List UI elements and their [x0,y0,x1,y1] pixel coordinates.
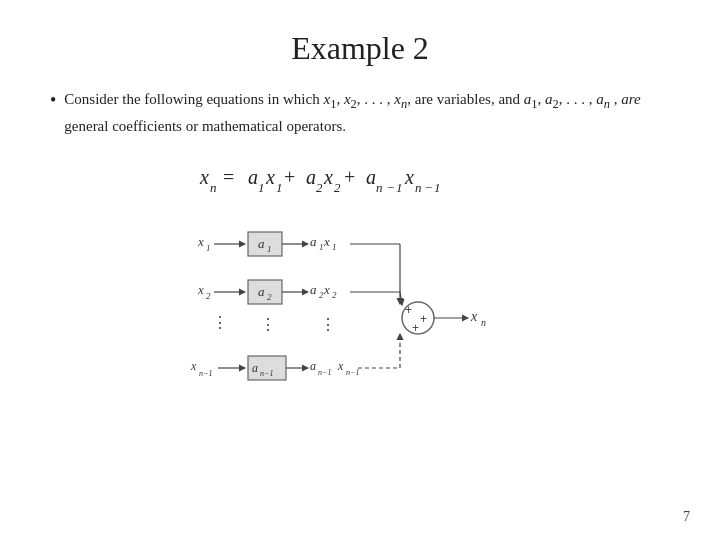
svg-text:1: 1 [319,242,324,252]
diagram-section: x 1 a 1 a 1 x 1 x 2 a 2 a 2 x 2 [50,218,670,413]
svg-text:x: x [190,359,197,373]
svg-text:n−1: n−1 [346,368,359,377]
svg-text:n−1: n−1 [199,369,212,378]
svg-text:a: a [252,361,258,375]
svg-text:2: 2 [206,291,211,301]
svg-text:n: n [415,180,422,195]
svg-text:x: x [199,166,209,188]
svg-text:x: x [337,359,344,373]
svg-text:1: 1 [276,180,283,195]
svg-text:a: a [310,359,316,373]
svg-text:a: a [310,234,317,249]
svg-text:a: a [366,166,376,188]
svg-text:2: 2 [267,292,272,302]
svg-text:x: x [323,234,330,249]
svg-text:x: x [197,282,204,297]
svg-text:−: − [386,180,395,195]
svg-rect-24 [248,232,282,256]
formula-svg: x n = a 1 x 1 + a 2 x 2 + a n − 1 x n − … [190,156,530,200]
svg-text:x: x [323,166,333,188]
svg-text:a: a [258,284,265,299]
svg-text:⋮: ⋮ [320,316,336,333]
svg-text:2: 2 [334,180,341,195]
svg-text:n−1: n−1 [260,369,273,378]
svg-text:n: n [210,180,217,195]
svg-text:a: a [248,166,258,188]
svg-text:1: 1 [267,244,272,254]
svg-text:+: + [284,166,295,188]
svg-text:+: + [344,166,355,188]
svg-text:x: x [265,166,275,188]
svg-text:1: 1 [206,243,211,253]
svg-text:+: + [405,303,412,317]
formula-section: x n = a 1 x 1 + a 2 x 2 + a n − 1 x n − … [50,156,670,200]
svg-text:1: 1 [434,180,441,195]
slide: Example 2 • Consider the following equat… [0,0,720,540]
svg-text:n: n [481,317,486,328]
svg-text:+: + [412,321,419,335]
svg-text:+: + [420,312,427,326]
svg-text:1: 1 [396,180,403,195]
svg-text:x: x [197,234,204,249]
svg-text:−: − [424,180,433,195]
svg-text:=: = [223,166,234,188]
bullet-dot: • [50,87,56,114]
bullet-section: • Consider the following equations in wh… [50,87,670,138]
svg-text:2: 2 [332,290,337,300]
slide-title: Example 2 [50,30,670,67]
svg-text:x: x [323,282,330,297]
svg-text:⋮: ⋮ [260,316,276,333]
bullet-text: Consider the following equations in whic… [64,87,670,138]
svg-text:x: x [470,309,478,324]
svg-text:n: n [376,180,383,195]
block-diagram: x 1 a 1 a 1 x 1 x 2 a 2 a 2 x 2 [190,218,530,413]
svg-text:a: a [310,282,317,297]
svg-text:⋮: ⋮ [212,314,228,331]
svg-text:2: 2 [316,180,323,195]
svg-text:1: 1 [258,180,265,195]
svg-text:a: a [258,236,265,251]
svg-text:x: x [404,166,414,188]
svg-text:n−1: n−1 [318,368,331,377]
page-number: 7 [683,509,690,525]
svg-text:1: 1 [332,242,337,252]
svg-text:a: a [306,166,316,188]
svg-rect-35 [248,280,282,304]
